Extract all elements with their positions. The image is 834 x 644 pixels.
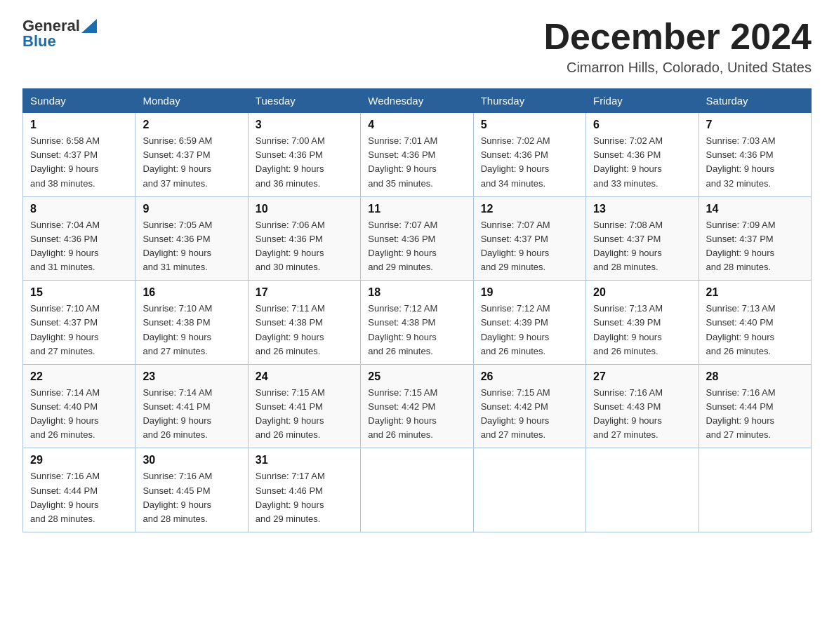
day-info: Sunrise: 7:13 AMSunset: 4:39 PMDaylight:…: [593, 302, 691, 358]
calendar-week-row: 22Sunrise: 7:14 AMSunset: 4:40 PMDayligh…: [23, 364, 812, 448]
calendar-cell: 30Sunrise: 7:16 AMSunset: 4:45 PMDayligh…: [135, 448, 248, 532]
calendar-cell: 22Sunrise: 7:14 AMSunset: 4:40 PMDayligh…: [23, 364, 135, 448]
day-number: 3: [256, 119, 353, 131]
day-number: 5: [481, 119, 578, 131]
calendar-cell: 25Sunrise: 7:15 AMSunset: 4:42 PMDayligh…: [361, 364, 473, 448]
calendar-cell: 17Sunrise: 7:11 AMSunset: 4:38 PMDayligh…: [248, 281, 360, 365]
day-number: 10: [256, 203, 353, 215]
calendar-cell: 7Sunrise: 7:03 AMSunset: 4:36 PMDaylight…: [699, 113, 811, 197]
day-number: 21: [706, 286, 804, 299]
logo: General Blue: [22, 17, 97, 51]
day-info: Sunrise: 7:03 AMSunset: 4:36 PMDaylight:…: [706, 134, 804, 191]
day-number: 8: [30, 203, 128, 215]
day-number: 7: [706, 119, 804, 131]
month-title: December 2024: [543, 17, 812, 57]
day-number: 30: [143, 454, 240, 467]
day-number: 6: [593, 119, 691, 131]
day-number: 23: [143, 370, 240, 383]
calendar-table: SundayMondayTuesdayWednesdayThursdayFrid…: [22, 88, 812, 532]
calendar-cell: 1Sunrise: 6:58 AMSunset: 4:37 PMDaylight…: [23, 113, 135, 197]
calendar-cell: 11Sunrise: 7:07 AMSunset: 4:36 PMDayligh…: [361, 196, 473, 281]
day-number: 27: [593, 370, 691, 383]
day-number: 12: [481, 203, 578, 215]
calendar-cell: 18Sunrise: 7:12 AMSunset: 4:38 PMDayligh…: [361, 281, 473, 365]
day-number: 4: [368, 119, 465, 131]
day-number: 18: [368, 286, 465, 299]
calendar-cell: 4Sunrise: 7:01 AMSunset: 4:36 PMDaylight…: [361, 113, 473, 197]
calendar-cell: 14Sunrise: 7:09 AMSunset: 4:37 PMDayligh…: [699, 196, 811, 281]
day-number: 2: [143, 119, 240, 131]
day-info: Sunrise: 7:16 AMSunset: 4:44 PMDaylight:…: [706, 386, 804, 443]
day-info: Sunrise: 7:16 AMSunset: 4:43 PMDaylight:…: [593, 386, 691, 443]
day-info: Sunrise: 7:00 AMSunset: 4:36 PMDaylight:…: [256, 134, 353, 191]
calendar-cell: 10Sunrise: 7:06 AMSunset: 4:36 PMDayligh…: [248, 196, 360, 281]
calendar-cell: 12Sunrise: 7:07 AMSunset: 4:37 PMDayligh…: [473, 196, 585, 281]
calendar-cell: [586, 448, 699, 532]
calendar-cell: 19Sunrise: 7:12 AMSunset: 4:39 PMDayligh…: [473, 281, 585, 365]
day-number: 31: [256, 454, 353, 467]
calendar-cell: 9Sunrise: 7:05 AMSunset: 4:36 PMDaylight…: [135, 196, 248, 281]
calendar-week-row: 8Sunrise: 7:04 AMSunset: 4:36 PMDaylight…: [23, 196, 812, 281]
day-info: Sunrise: 7:07 AMSunset: 4:36 PMDaylight:…: [368, 218, 465, 275]
day-info: Sunrise: 7:12 AMSunset: 4:38 PMDaylight:…: [368, 302, 465, 358]
day-number: 20: [593, 286, 691, 299]
svg-marker-0: [81, 19, 97, 33]
day-number: 16: [143, 286, 240, 299]
column-header-monday: Monday: [135, 89, 248, 113]
day-info: Sunrise: 7:01 AMSunset: 4:36 PMDaylight:…: [368, 134, 465, 191]
day-info: Sunrise: 7:11 AMSunset: 4:38 PMDaylight:…: [256, 302, 353, 358]
day-info: Sunrise: 7:02 AMSunset: 4:36 PMDaylight:…: [481, 134, 578, 191]
location-title: Cimarron Hills, Colorado, United States: [543, 60, 812, 76]
logo-triangle-icon: [81, 19, 97, 33]
day-number: 28: [706, 370, 804, 383]
calendar-cell: 26Sunrise: 7:15 AMSunset: 4:42 PMDayligh…: [473, 364, 585, 448]
day-info: Sunrise: 7:05 AMSunset: 4:36 PMDaylight:…: [143, 218, 240, 275]
day-info: Sunrise: 7:14 AMSunset: 4:41 PMDaylight:…: [143, 386, 240, 443]
day-number: 17: [256, 286, 353, 299]
day-info: Sunrise: 6:59 AMSunset: 4:37 PMDaylight:…: [143, 134, 240, 191]
calendar-cell: 3Sunrise: 7:00 AMSunset: 4:36 PMDaylight…: [248, 113, 360, 197]
calendar-cell: 5Sunrise: 7:02 AMSunset: 4:36 PMDaylight…: [473, 113, 585, 197]
day-number: 26: [481, 370, 578, 383]
day-info: Sunrise: 7:15 AMSunset: 4:41 PMDaylight:…: [256, 386, 353, 443]
calendar-cell: 2Sunrise: 6:59 AMSunset: 4:37 PMDaylight…: [135, 113, 248, 197]
day-info: Sunrise: 7:07 AMSunset: 4:37 PMDaylight:…: [481, 218, 578, 275]
logo-blue: Blue: [22, 32, 56, 50]
column-header-wednesday: Wednesday: [361, 89, 473, 113]
day-info: Sunrise: 7:15 AMSunset: 4:42 PMDaylight:…: [481, 386, 578, 443]
day-number: 25: [368, 370, 465, 383]
day-number: 13: [593, 203, 691, 215]
day-info: Sunrise: 7:10 AMSunset: 4:37 PMDaylight:…: [30, 302, 128, 358]
calendar-cell: 21Sunrise: 7:13 AMSunset: 4:40 PMDayligh…: [699, 281, 811, 365]
column-header-thursday: Thursday: [473, 89, 585, 113]
day-info: Sunrise: 7:06 AMSunset: 4:36 PMDaylight:…: [256, 218, 353, 275]
calendar-cell: 20Sunrise: 7:13 AMSunset: 4:39 PMDayligh…: [586, 281, 699, 365]
calendar-cell: 16Sunrise: 7:10 AMSunset: 4:38 PMDayligh…: [135, 281, 248, 365]
calendar-cell: 23Sunrise: 7:14 AMSunset: 4:41 PMDayligh…: [135, 364, 248, 448]
calendar-cell: [699, 448, 811, 532]
calendar-cell: 28Sunrise: 7:16 AMSunset: 4:44 PMDayligh…: [699, 364, 811, 448]
day-number: 29: [30, 454, 128, 467]
day-info: Sunrise: 7:17 AMSunset: 4:46 PMDaylight:…: [256, 469, 353, 526]
calendar-cell: 29Sunrise: 7:16 AMSunset: 4:44 PMDayligh…: [23, 448, 135, 532]
column-header-sunday: Sunday: [23, 89, 135, 113]
day-number: 14: [706, 203, 804, 215]
day-number: 22: [30, 370, 128, 383]
calendar-week-row: 29Sunrise: 7:16 AMSunset: 4:44 PMDayligh…: [23, 448, 812, 532]
day-info: Sunrise: 7:16 AMSunset: 4:45 PMDaylight:…: [143, 469, 240, 526]
calendar-cell: [361, 448, 473, 532]
day-number: 1: [30, 119, 128, 131]
calendar-cell: 6Sunrise: 7:02 AMSunset: 4:36 PMDaylight…: [586, 113, 699, 197]
day-number: 24: [256, 370, 353, 383]
day-number: 19: [481, 286, 578, 299]
column-header-tuesday: Tuesday: [248, 89, 360, 113]
column-header-saturday: Saturday: [699, 89, 811, 113]
day-info: Sunrise: 7:13 AMSunset: 4:40 PMDaylight:…: [706, 302, 804, 358]
day-info: Sunrise: 6:58 AMSunset: 4:37 PMDaylight:…: [30, 134, 128, 191]
day-number: 9: [143, 203, 240, 215]
calendar-week-row: 15Sunrise: 7:10 AMSunset: 4:37 PMDayligh…: [23, 281, 812, 365]
header: General Blue December 2024 Cimarron Hill…: [22, 17, 812, 76]
day-info: Sunrise: 7:12 AMSunset: 4:39 PMDaylight:…: [481, 302, 578, 358]
title-area: December 2024 Cimarron Hills, Colorado, …: [543, 17, 812, 76]
day-info: Sunrise: 7:14 AMSunset: 4:40 PMDaylight:…: [30, 386, 128, 443]
